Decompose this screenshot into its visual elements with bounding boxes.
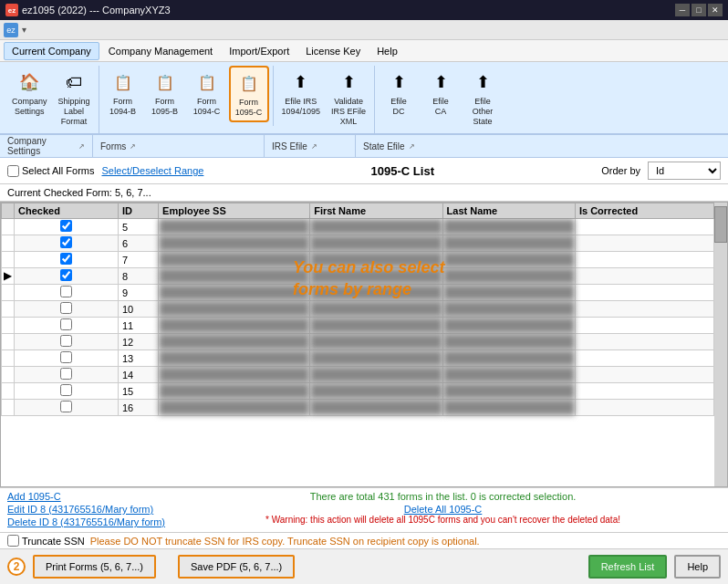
row-corrected-cell bbox=[575, 268, 713, 285]
ribbon-btn-efile-other[interactable]: ⬆ EfileOtherState bbox=[463, 66, 503, 130]
scrollbar-thumb[interactable] bbox=[714, 206, 727, 243]
row-checked-cell[interactable] bbox=[15, 301, 119, 318]
menu-bar: Current Company Company Management Impor… bbox=[0, 40, 728, 62]
truncate-checkbox[interactable] bbox=[7, 535, 19, 547]
ribbon-btn-company-settings[interactable]: 🏠 CompanySettings bbox=[7, 66, 52, 120]
row-corrected-cell bbox=[575, 235, 713, 252]
efile-other-label: EfileOtherState bbox=[473, 97, 494, 126]
row-ss-cell: 431765516 bbox=[159, 334, 310, 350]
table-row: 5431765516FirstNameLastName bbox=[2, 219, 714, 235]
quick-access-toolbar: ez ▾ bbox=[0, 20, 728, 40]
section-label-irs-efile: IRS Efile ↗ bbox=[265, 135, 356, 157]
row-corrected-cell bbox=[575, 383, 713, 400]
row-checkbox[interactable] bbox=[60, 302, 72, 314]
row-checkbox[interactable] bbox=[60, 384, 72, 396]
row-checkbox[interactable] bbox=[60, 351, 72, 363]
row-lastname-cell: LastName bbox=[442, 301, 575, 318]
delete-all-link[interactable]: Delete All 1095-C bbox=[404, 504, 483, 515]
ribbon-btn-efile-dc[interactable]: ⬆ EfileDC bbox=[379, 66, 419, 120]
menu-current-company[interactable]: Current Company bbox=[4, 42, 99, 60]
print-forms-button[interactable]: Print Forms (5, 6, 7...) bbox=[33, 555, 156, 579]
row-arrow-cell bbox=[2, 383, 15, 400]
toolbar-area: Select All Forms Select/Deselect Range 1… bbox=[0, 158, 728, 184]
select-all-label[interactable]: Select All Forms bbox=[7, 165, 94, 177]
menu-license-key[interactable]: License Key bbox=[298, 43, 368, 59]
table-row: 6431765516FirstNameLastName bbox=[2, 235, 714, 252]
ribbon: 🏠 CompanySettings 🏷 ShippingLabelFormat … bbox=[0, 62, 728, 135]
row-checked-cell[interactable] bbox=[15, 252, 119, 268]
add-link[interactable]: Add 1095-C bbox=[7, 491, 165, 502]
row-lastname-cell: LastName bbox=[442, 350, 575, 367]
row-checkbox[interactable] bbox=[60, 236, 72, 248]
efile-dc-icon: ⬆ bbox=[386, 69, 411, 95]
title-bar: ez ez1095 (2022) --- CompanyXYZ3 ─ □ ✕ bbox=[0, 0, 728, 20]
row-checked-cell[interactable] bbox=[15, 350, 119, 367]
select-all-checkbox[interactable] bbox=[7, 165, 19, 177]
row-lastname-cell: LastName bbox=[442, 318, 575, 334]
row-checkbox[interactable] bbox=[60, 335, 72, 347]
ribbon-btn-efile-ca[interactable]: ⬆ EfileCA bbox=[421, 66, 461, 120]
row-id-cell: 16 bbox=[118, 400, 158, 416]
list-title: 1095-C List bbox=[211, 164, 594, 178]
table-row: 15431765516FirstNameLastName bbox=[2, 383, 714, 400]
row-id-cell: 12 bbox=[118, 334, 158, 350]
menu-help[interactable]: Help bbox=[369, 43, 405, 59]
row-checked-cell[interactable] bbox=[15, 400, 119, 416]
row-id-cell: 9 bbox=[118, 285, 158, 301]
ribbon-btn-shipping-label[interactable]: 🏷 ShippingLabelFormat bbox=[54, 66, 95, 130]
menu-import-export[interactable]: Import/Export bbox=[222, 43, 296, 59]
ribbon-btn-form-1095b[interactable]: 📋 Form1095-B bbox=[145, 66, 185, 120]
row-firstname-cell: FirstName bbox=[310, 301, 442, 318]
row-ss-cell: 431765516 bbox=[159, 383, 310, 400]
row-firstname-cell: FirstName bbox=[310, 268, 442, 285]
edit-link[interactable]: Edit ID 8 (431765516/Mary form) bbox=[7, 504, 165, 515]
row-checkbox[interactable] bbox=[60, 220, 72, 232]
row-checkbox[interactable] bbox=[60, 401, 72, 412]
vertical-scrollbar[interactable] bbox=[714, 203, 727, 486]
row-ss-cell: 431765516 bbox=[159, 285, 310, 301]
truncate-label[interactable]: Truncate SSN bbox=[7, 535, 85, 547]
expand-icon-forms: ↗ bbox=[130, 142, 136, 151]
row-id-cell: 10 bbox=[118, 301, 158, 318]
row-corrected-cell bbox=[575, 400, 713, 416]
ribbon-btn-validate[interactable]: ⬆ ValidateIRS EFileXML bbox=[327, 66, 370, 130]
row-checked-cell[interactable] bbox=[15, 268, 119, 285]
row-arrow-cell bbox=[2, 350, 15, 367]
row-checkbox[interactable] bbox=[60, 269, 72, 281]
row-firstname-cell: FirstName bbox=[310, 367, 442, 383]
save-pdf-button[interactable]: Save PDF (5, 6, 7...) bbox=[178, 555, 295, 579]
row-corrected-cell bbox=[575, 219, 713, 235]
maximize-button[interactable]: □ bbox=[692, 4, 706, 16]
row-arrow-cell bbox=[2, 318, 15, 334]
row-checked-cell[interactable] bbox=[15, 285, 119, 301]
ribbon-btn-form-1094c[interactable]: 📋 Form1094-C bbox=[187, 66, 227, 120]
row-checked-cell[interactable] bbox=[15, 367, 119, 383]
row-checked-cell[interactable] bbox=[15, 334, 119, 350]
row-checkbox[interactable] bbox=[60, 318, 72, 330]
row-checked-cell[interactable] bbox=[15, 219, 119, 235]
row-checkbox[interactable] bbox=[60, 286, 72, 297]
order-by-dropdown[interactable]: Id Name SS bbox=[648, 162, 721, 180]
label-icon: 🏷 bbox=[61, 69, 87, 95]
table-row: 12431765516FirstNameLastName bbox=[2, 334, 714, 350]
row-checkbox[interactable] bbox=[60, 253, 72, 265]
company-settings-label: CompanySettings bbox=[12, 97, 47, 117]
close-button[interactable]: ✕ bbox=[708, 4, 723, 16]
row-checked-cell[interactable] bbox=[15, 318, 119, 334]
delete-link[interactable]: Delete ID 8 (431765516/Mary form) bbox=[7, 516, 165, 527]
refresh-list-button[interactable]: Refresh List bbox=[588, 555, 668, 579]
row-firstname-cell: FirstName bbox=[310, 334, 442, 350]
minimize-button[interactable]: ─ bbox=[675, 4, 690, 16]
ribbon-btn-form-1095c[interactable]: 📋 Form1095-C bbox=[229, 66, 269, 122]
current-checked-text: Current Checked Form: 5, 6, 7... bbox=[7, 187, 151, 198]
help-button[interactable]: Help bbox=[674, 555, 721, 579]
ribbon-btn-efile-irs[interactable]: ⬆ Efile IRS1094/1095 bbox=[277, 66, 326, 120]
form-icon-1095c: 📋 bbox=[236, 70, 262, 96]
row-checked-cell[interactable] bbox=[15, 383, 119, 400]
row-corrected-cell bbox=[575, 318, 713, 334]
row-checkbox[interactable] bbox=[60, 368, 72, 380]
menu-company-management[interactable]: Company Management bbox=[101, 43, 220, 59]
row-checked-cell[interactable] bbox=[15, 235, 119, 252]
ribbon-btn-form-1094b[interactable]: 📋 Form1094-B bbox=[103, 66, 143, 120]
select-range-link[interactable]: Select/Deselect Range bbox=[101, 165, 203, 176]
